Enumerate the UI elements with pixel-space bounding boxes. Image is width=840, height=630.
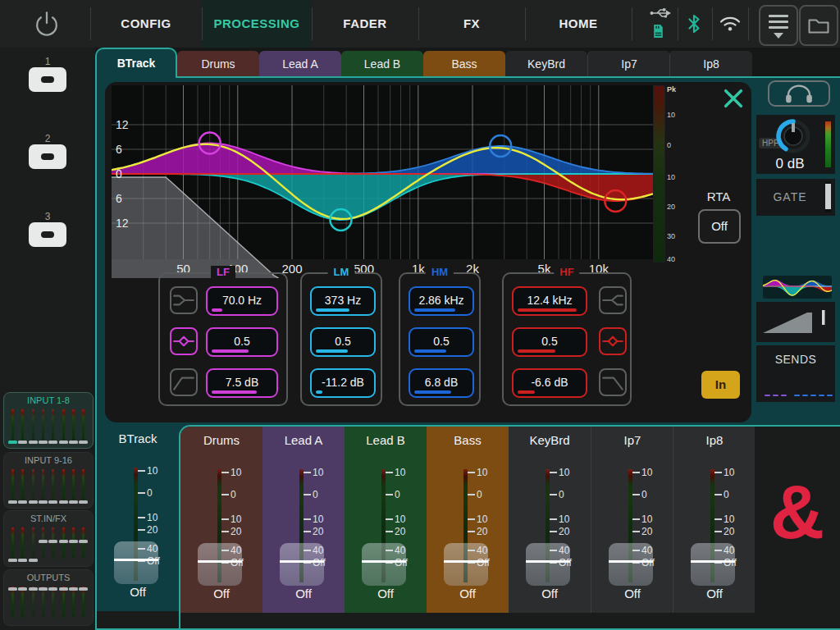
band-lf-width-value[interactable]: 0.5 <box>206 327 278 357</box>
mixer-app-screen: CONFIGPROCESSINGFADERFXHOME <box>0 0 840 630</box>
nav-tab-config[interactable]: CONFIG <box>90 0 202 48</box>
nav-tab-fader[interactable]: FADER <box>312 0 418 48</box>
eq-thumbnail[interactable] <box>763 276 832 299</box>
fader-strip-ip7[interactable]: Ip7100102040OffOff <box>591 427 673 613</box>
divider <box>418 7 419 40</box>
fader-scale-label: 20 <box>559 527 569 536</box>
sends-panel[interactable]: SENDS <box>756 345 835 402</box>
nav-tab-home[interactable]: HOME <box>525 0 632 48</box>
band-lm-width-value[interactable]: 0.5 <box>310 327 376 357</box>
param-position-bar <box>316 308 349 312</box>
peq-popup: PEQ 501002005001k2k5k10k1260612 Pk100102… <box>105 82 751 422</box>
meter-bank-label: INPUT 1-8 <box>4 395 93 405</box>
channel-meter <box>11 409 14 441</box>
softkey-button-3[interactable] <box>29 222 66 247</box>
fader-strip-drums[interactable]: Drums100102040OffOff <box>180 427 262 613</box>
fader-scale-label: 0 <box>313 490 318 500</box>
power-button[interactable] <box>25 6 69 42</box>
folder-icon <box>807 16 830 35</box>
fader-strip-ip8[interactable]: Ip8100102040OffOff <box>673 427 756 613</box>
channel-tab-ip8[interactable]: Ip8 <box>669 51 752 78</box>
fader-scale-label: 10 <box>559 514 569 524</box>
band-hm-gain-value[interactable]: 6.8 dB <box>409 368 474 398</box>
channel-tab-btrack[interactable]: BTrack <box>95 48 177 78</box>
band-hm-width-value[interactable]: 0.5 <box>409 327 474 357</box>
fader-strip-lead-a[interactable]: Lead A100102040OffOff <box>262 427 345 613</box>
meter-scale-label: 20 <box>667 203 675 211</box>
band-lm-gain-value[interactable]: -11.2 dB <box>310 368 376 398</box>
fader-position-cap <box>59 500 68 504</box>
fader-position-cap <box>48 441 57 444</box>
softkey-button-1[interactable] <box>29 67 66 92</box>
channel-tab-keybrd[interactable]: KeyBrd <box>505 51 587 78</box>
shelf-high-filter-icon[interactable] <box>599 286 627 314</box>
band-hm-freq-value[interactable]: 2.86 kHz <box>409 286 474 316</box>
fader-cap[interactable] <box>691 543 735 586</box>
softkey-button-2[interactable] <box>29 144 66 169</box>
param-position-bar <box>414 390 451 394</box>
meter-scale-label: 10 <box>667 173 675 181</box>
fader-strip-lead-b[interactable]: Lead B100102040OffOff <box>345 427 427 613</box>
peq-response-graph[interactable]: 501002005001k2k5k10k1260612 <box>112 85 653 278</box>
channel-tab-lead-b[interactable]: Lead B <box>341 51 423 78</box>
channel-tab-bass[interactable]: Bass <box>423 51 505 78</box>
fader-cap[interactable] <box>362 543 406 586</box>
band-lm-freq-value[interactable]: 373 Hz <box>310 286 376 316</box>
fader-scale-label: 10 <box>724 514 734 524</box>
meter-bank-input-1-8[interactable]: INPUT 1-8 <box>3 392 94 449</box>
fader-position-cap <box>18 441 27 444</box>
fader-strip-btrack[interactable]: BTrack100102040OffOff <box>97 425 179 611</box>
lowpass-filter-icon[interactable] <box>599 368 627 396</box>
meter-bank-input-9-16[interactable]: INPUT 9-16 <box>3 452 94 509</box>
fader-position-cap <box>8 500 17 504</box>
band-hf-width-value[interactable]: 0.5 <box>512 327 587 357</box>
rta-toggle-button[interactable]: Off <box>698 209 741 244</box>
channel-meter <box>52 587 54 618</box>
preamp-hpf-panel[interactable]: HPF 0 dB <box>756 115 835 174</box>
meter-bank-outputs[interactable]: OUTPUTS <box>3 569 94 626</box>
pafl-headphone-button[interactable] <box>768 80 830 107</box>
fader-strip-bass[interactable]: Bass100102040OffOff <box>427 427 509 613</box>
shelf-low-filter-icon[interactable] <box>170 286 198 314</box>
highpass-filter-icon[interactable] <box>170 368 198 396</box>
band-lf-gain-value[interactable]: 7.5 dB <box>206 368 278 398</box>
strip-name: BTrack <box>97 431 179 445</box>
bell-filter-icon[interactable] <box>170 327 198 355</box>
compressor-panel[interactable] <box>756 302 835 342</box>
channel-meter <box>42 469 44 500</box>
band-hf-freq-value[interactable]: 12.4 kHz <box>512 286 587 316</box>
meter-bank-label: ST.IN/FX <box>4 514 93 523</box>
gate-panel[interactable]: GATE <box>756 179 835 216</box>
fader-cap[interactable] <box>444 543 488 586</box>
nav-tab-fx[interactable]: FX <box>418 0 525 48</box>
library-button[interactable] <box>799 5 838 46</box>
gain-knob[interactable] <box>770 115 816 158</box>
fader-cap[interactable] <box>280 543 324 586</box>
channel-tab-drums[interactable]: Drums <box>177 51 259 78</box>
quick-menu-button[interactable] <box>759 5 798 46</box>
fader-position-cap <box>8 441 17 444</box>
channel-meter <box>62 587 65 618</box>
softkey-label-1: 1 <box>0 56 95 67</box>
fader-position-cap <box>39 441 48 444</box>
channel-meter <box>72 409 75 441</box>
left-sidebar: 123 INPUT 1-8INPUT 9-16ST.IN/FXOUTPUTS <box>0 48 95 630</box>
bell-filter-icon[interactable] <box>599 327 627 355</box>
meter-bank-st-in-fx[interactable]: ST.IN/FX <box>3 510 94 567</box>
band-hf-gain-value[interactable]: -6.6 dB <box>512 368 587 398</box>
band-lf-freq-value[interactable]: 70.0 Hz <box>206 286 278 316</box>
channel-tab-ip7[interactable]: Ip7 <box>587 51 670 78</box>
eq-band-lm: LM373 Hz0.5-11.2 dB <box>300 272 382 406</box>
nav-tab-processing[interactable]: PROCESSING <box>202 0 312 48</box>
close-button[interactable] <box>722 87 745 110</box>
eq-in-button[interactable]: In <box>701 371 740 399</box>
fader-cap[interactable] <box>609 543 653 586</box>
fader-strip-keybrd[interactable]: KeyBrd100102040OffOff <box>509 427 591 613</box>
fader-position-cap <box>48 540 57 543</box>
fader-scale-label: 20 <box>477 527 487 536</box>
fader-cap[interactable] <box>114 541 158 584</box>
channel-tab-lead-a[interactable]: Lead A <box>259 51 341 78</box>
fader-cap[interactable] <box>526 543 570 586</box>
fader-position-cap <box>18 500 27 504</box>
fader-cap[interactable] <box>198 543 242 586</box>
